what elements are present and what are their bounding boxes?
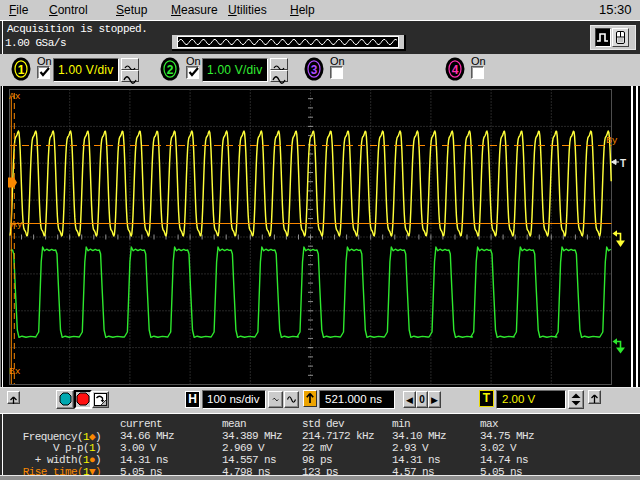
svg-text:Ax: Ax [9, 91, 21, 102]
svg-text:T: T [620, 158, 626, 169]
svg-text:By: By [606, 135, 618, 146]
svg-text:Ay: Ay [11, 219, 23, 230]
svg-text:Bx: Bx [9, 366, 21, 377]
